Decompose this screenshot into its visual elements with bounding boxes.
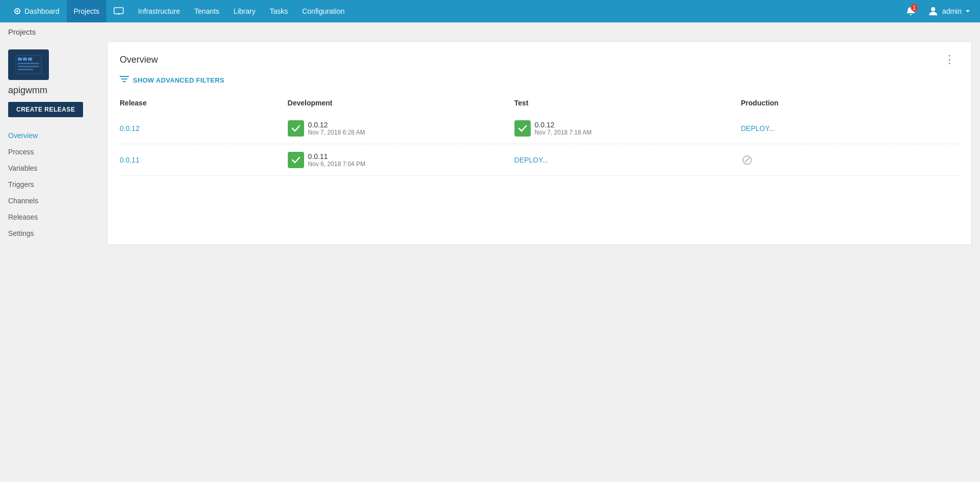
prod-blocked-icon-0011: ⊘ [741, 152, 753, 168]
nav-tasks[interactable]: Tasks [262, 0, 295, 22]
dev-success-badge-0011 [288, 152, 304, 168]
dev-info-0012: 0.0.12 Nov 7, 2018 6:28 AM [308, 121, 365, 136]
release-link-0011[interactable]: 0.0.11 [120, 156, 140, 164]
create-release-button[interactable]: CREATE RELEASE [8, 102, 83, 117]
svg-rect-9 [28, 58, 32, 61]
table-row: 0.0.11 0.0.11 Nov 6, 2018 7:04 PM [120, 144, 959, 176]
filter-label: SHOW ADVANCED FILTERS [133, 76, 224, 84]
nav-infrastructure[interactable]: Infrastructure [131, 0, 187, 22]
svg-point-1 [16, 10, 18, 12]
advanced-filters-row[interactable]: SHOW ADVANCED FILTERS [120, 75, 959, 85]
sidebar-item-channels[interactable]: Channels [8, 193, 107, 209]
filter-icon [120, 75, 129, 85]
nav-tenants[interactable]: Tenants [187, 0, 227, 22]
svg-rect-12 [18, 69, 33, 70]
dev-cell-0012: 0.0.12 Nov 7, 2018 6:28 AM [288, 120, 508, 137]
breadcrumb: Projects [0, 22, 980, 41]
nav-configuration[interactable]: Configuration [295, 0, 351, 22]
test-cell-0012: 0.0.12 Nov 7, 2018 7:18 AM [514, 120, 735, 137]
project-icon [8, 49, 49, 80]
sidebar-item-settings[interactable]: Settings [8, 225, 107, 242]
dev-info-0011: 0.0.11 Nov 6, 2018 7:04 PM [308, 152, 366, 168]
panel-title: Overview [120, 55, 158, 65]
sidebar-item-releases[interactable]: Releases [8, 209, 107, 225]
sidebar: apigwmm CREATE RELEASE Overview Process … [0, 41, 107, 253]
col-header-release: Release [120, 95, 288, 113]
sidebar-item-triggers[interactable]: Triggers [8, 176, 107, 193]
dashboard-icon [13, 7, 21, 15]
sidebar-item-overview[interactable]: Overview [8, 127, 107, 144]
notification-badge: 1 [911, 4, 918, 11]
top-navigation: Dashboard Projects Infrastructure Tenant… [0, 0, 980, 22]
test-info-0012: 0.0.12 Nov 7, 2018 7:18 AM [535, 121, 592, 136]
nav-dashboard[interactable]: Dashboard [6, 0, 67, 22]
user-menu[interactable]: admin [924, 5, 974, 17]
sidebar-item-process[interactable]: Process [8, 144, 107, 160]
notifications-button[interactable]: 1 [902, 2, 920, 20]
svg-rect-7 [18, 58, 22, 61]
project-name: apigwmm [8, 85, 47, 96]
prod-deploy-link-0012[interactable]: DEPLOY... [741, 124, 775, 132]
main-panel: Overview ⋮ SHOW ADVANCED FILTERS Release [107, 41, 972, 245]
col-header-development: Development [288, 95, 514, 113]
more-options-button[interactable]: ⋮ [940, 52, 959, 67]
test-success-badge-0012 [514, 120, 531, 137]
col-header-production: Production [741, 95, 960, 113]
svg-rect-11 [18, 66, 39, 67]
releases-table: Release Development Test Production 0.0.… [120, 95, 959, 176]
svg-point-5 [931, 7, 935, 11]
nav-projects[interactable]: Projects [67, 0, 107, 22]
nav-library[interactable]: Library [227, 0, 263, 22]
dev-cell-0011: 0.0.11 Nov 6, 2018 7:04 PM [288, 152, 508, 168]
table-row: 0.0.12 0.0.12 Nov 7, 2018 6:28 AM [120, 113, 959, 144]
sidebar-item-variables[interactable]: Variables [8, 160, 107, 176]
release-link-0012[interactable]: 0.0.12 [120, 124, 140, 132]
sidebar-navigation: Overview Process Variables Triggers Chan… [8, 127, 107, 242]
col-header-test: Test [514, 95, 741, 113]
svg-rect-10 [18, 63, 39, 64]
test-deploy-link-0011[interactable]: DEPLOY... [514, 156, 549, 164]
dev-success-badge-0012 [288, 120, 304, 137]
panel-header: Overview ⋮ [120, 52, 959, 67]
svg-rect-8 [23, 58, 27, 61]
svg-rect-2 [114, 8, 123, 14]
nav-monitor-icon[interactable] [106, 0, 131, 22]
